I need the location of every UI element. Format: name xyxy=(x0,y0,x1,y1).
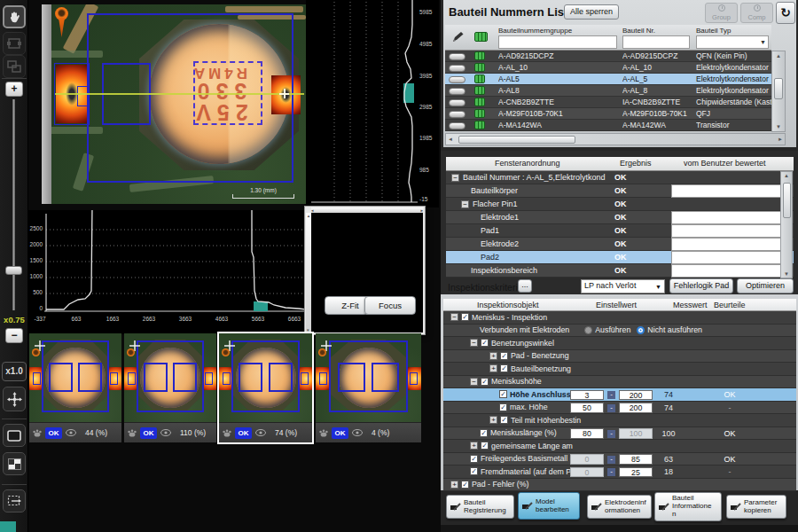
part-row[interactable]: A-AL_10A-AL_10Elektrolytkondensator xyxy=(445,62,771,74)
criteria-checkbox[interactable]: ✓ xyxy=(500,364,508,372)
lock-toggle[interactable] xyxy=(449,111,466,118)
criteria-expander[interactable]: + xyxy=(470,442,478,450)
criteria-expander[interactable]: − xyxy=(470,339,478,347)
bauteil-informationen-tab[interactable]: BauteilInformationen xyxy=(654,492,722,521)
lock-toggle[interactable] xyxy=(449,88,466,95)
criteria-checkbox[interactable]: ✓ xyxy=(499,390,507,398)
min-value-input[interactable]: 50 xyxy=(570,403,604,413)
criteria-expander[interactable]: − xyxy=(470,378,478,386)
part-row[interactable]: A-AL5A-AL_5Elektrolytkondensator xyxy=(445,74,771,85)
criteria-row[interactable]: +✓Bauteilbenetzung xyxy=(443,363,796,376)
result-thumbnail[interactable]: OK44 (%) xyxy=(29,333,121,442)
criteria-row[interactable]: Verbunden mit ElektrodenAusführenNicht a… xyxy=(443,325,796,338)
part-table-vscrollbar[interactable]: ▲ ▼ xyxy=(771,51,786,132)
part-row[interactable]: A-AD9215DCPZA-AD9215DCPZQFN (Kein Pin) xyxy=(445,51,771,62)
criteria-checkbox[interactable]: ✓ xyxy=(461,481,469,489)
window-view-button[interactable] xyxy=(3,424,26,447)
tree-row[interactable]: Elektrode1OK xyxy=(446,211,794,224)
tree-expander[interactable]: − xyxy=(461,200,469,208)
optimieren-button[interactable]: Optimieren xyxy=(737,278,794,293)
mode-select[interactable]: LP nach Verlöt▼ xyxy=(581,279,665,293)
region-move-tool-button[interactable] xyxy=(3,55,26,78)
user-verdict-select[interactable] xyxy=(671,251,793,264)
criteria-row[interactable]: −✓Benetzungswinkel xyxy=(443,337,796,350)
zoom-slider-track[interactable] xyxy=(12,99,15,310)
part-row[interactable]: A-M29F010B-70K1A-M29F010B-70K1QFJ xyxy=(445,108,771,120)
zoom-reset-button[interactable]: x1.0 xyxy=(2,362,27,381)
column-header[interactable]: Bauteilnummerngruppe xyxy=(498,27,572,35)
zoom-slider-thumb[interactable] xyxy=(5,266,22,275)
part-row[interactable]: A-AL8A-AL_8Elektrolytkondensator xyxy=(445,85,771,97)
criteria-checkbox[interactable]: ✓ xyxy=(499,403,507,411)
part-row[interactable]: A-CNB2B9ZTTEIA-CNB2B9ZTTEChipwiderstände… xyxy=(445,97,771,108)
min-value-input[interactable]: 80 xyxy=(570,428,604,439)
criteria-checkbox[interactable]: ✓ xyxy=(470,455,478,463)
criteria-row[interactable]: −✓Meniskushöhe xyxy=(443,376,796,389)
hand-pan-tool-button[interactable] xyxy=(3,5,26,28)
result-thumbnail[interactable]: OK4 (%) xyxy=(316,333,421,442)
tree-row[interactable]: Pad1OK xyxy=(446,224,794,238)
zoom-out-button[interactable]: − xyxy=(5,328,23,343)
criteria-expander[interactable]: + xyxy=(489,416,497,424)
criteria-checkbox[interactable]: ✓ xyxy=(461,313,469,321)
user-verdict-select[interactable] xyxy=(671,238,793,251)
group-filter-input[interactable] xyxy=(498,35,617,49)
pad1-center-window[interactable] xyxy=(77,86,90,106)
nr-filter-input[interactable] xyxy=(622,35,690,49)
criteria-row[interactable]: ✓Höhe Anschluss Bloc3-20074OK xyxy=(443,388,796,402)
lock-toggle[interactable] xyxy=(449,65,466,72)
eye-icon[interactable] xyxy=(66,429,76,436)
criteria-expander[interactable]: + xyxy=(489,352,497,360)
tree-row[interactable]: BauteilkörperOK xyxy=(446,184,794,198)
tree-vscrollbar[interactable]: ▲ ▼ xyxy=(780,171,793,278)
radio-nicht-ausfuehren[interactable] xyxy=(637,326,645,334)
criteria-row[interactable]: −✓Meniskus - Inspektion xyxy=(443,311,796,325)
eye-icon[interactable] xyxy=(160,429,171,436)
refresh-button[interactable]: ↻ xyxy=(776,2,795,24)
criteria-checkbox[interactable]: ✓ xyxy=(500,416,508,424)
result-thumbnail[interactable]: OK74 (%) xyxy=(219,333,312,442)
zoom-in-button[interactable]: + xyxy=(5,82,23,97)
tree-row[interactable]: Elektrode2OK xyxy=(446,238,794,251)
user-verdict-select[interactable] xyxy=(671,224,793,238)
min-value-input[interactable]: 0 xyxy=(570,454,604,465)
criteria-row[interactable]: +✓Teil mit Höhenbestin xyxy=(443,414,796,427)
user-verdict-select[interactable] xyxy=(671,264,793,278)
result-thumbnail[interactable]: OK110 (%) xyxy=(124,333,216,442)
criteria-row[interactable]: +✓gemeinsame Länge am xyxy=(443,440,796,453)
part-table-hscrollbar[interactable]: ◄ ► xyxy=(445,133,786,145)
region-select-tool-button[interactable] xyxy=(3,32,26,55)
criteria-row[interactable]: ✓Freilegendes Basismetall (%0-8563OK xyxy=(443,453,796,466)
model-bearbeiten-tab[interactable]: Modelbearbeiten xyxy=(518,492,580,520)
criteria-row[interactable]: +✓Pad - Benetzung xyxy=(443,350,796,364)
camera-view[interactable]: 25V 330 R4MA 1.30 (mm) xyxy=(51,4,306,204)
criteria-expander[interactable]: + xyxy=(450,481,458,489)
comp-button[interactable]: Comp xyxy=(740,3,773,23)
fehlerlogik-pad-button[interactable]: Fehlerlogik Pad xyxy=(669,278,733,293)
min-value-input[interactable]: 3 xyxy=(570,390,604,401)
pan-move-button[interactable] xyxy=(3,387,26,411)
tree-row[interactable]: −Flacher Pin1OK xyxy=(446,198,794,211)
lock-toggle[interactable] xyxy=(449,122,466,129)
criteria-checkbox[interactable]: ✓ xyxy=(480,429,488,437)
criteria-checkbox[interactable]: ✓ xyxy=(481,378,489,386)
criteria-row[interactable]: ✓Fremdmaterial (auf dem Pa0-2518- xyxy=(443,466,796,479)
elektrodeninformationen-tab[interactable]: Elektrodeninformationen xyxy=(587,495,652,519)
parameter-kopieren-tab[interactable]: Parameterkopieren xyxy=(726,495,786,519)
criteria-checkbox[interactable]: ✓ xyxy=(470,467,478,475)
radio-ausfuehren[interactable] xyxy=(584,326,592,334)
lock-toggle[interactable] xyxy=(449,53,466,60)
tree-row[interactable]: Pad2OK xyxy=(446,251,794,264)
criteria-row[interactable]: ✓max. Höhe50-20074- xyxy=(443,402,796,415)
criteria-more-button[interactable]: ... xyxy=(518,279,532,293)
bauteil-registrierung-tab[interactable]: BauteilRegistrierung xyxy=(446,495,514,519)
focus-button[interactable]: Focus xyxy=(364,296,416,315)
criteria-checkbox[interactable]: ✓ xyxy=(500,352,508,360)
criteria-row[interactable]: ✓Meniskuslänge (%)80-100100OK xyxy=(443,427,796,441)
marquee-select-button[interactable] xyxy=(3,489,26,512)
criteria-expander[interactable]: − xyxy=(450,313,458,321)
tile-view-button[interactable] xyxy=(3,452,26,475)
column-header[interactable]: Bauteil Typ xyxy=(696,27,731,35)
user-verdict-select[interactable] xyxy=(671,184,793,198)
tree-expander[interactable]: − xyxy=(451,174,459,182)
